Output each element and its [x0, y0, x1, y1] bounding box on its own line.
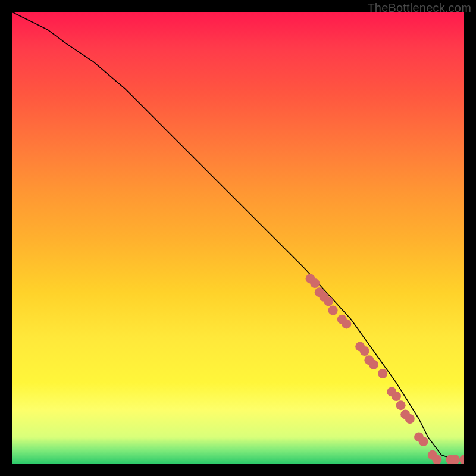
plot-area [12, 12, 464, 464]
chart-frame: TheBottleneck.com [0, 0, 476, 476]
watermark-text: TheBottleneck.com [367, 1, 471, 15]
